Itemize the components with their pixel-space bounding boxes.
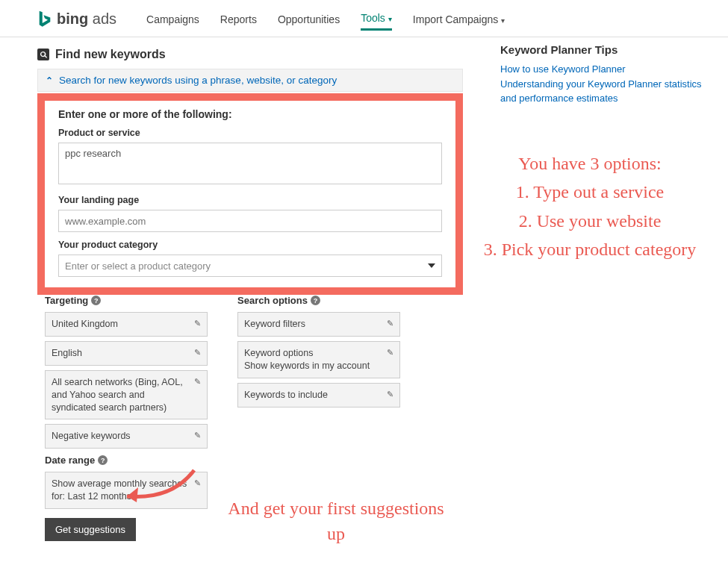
highlighted-form-box: Enter one or more of the following: Prod…	[37, 93, 463, 295]
pencil-icon: ✎	[194, 347, 201, 358]
pencil-icon: ✎	[194, 376, 201, 387]
help-icon[interactable]: ?	[91, 296, 101, 305]
chevron-down-icon: ▾	[388, 15, 392, 23]
annotation-arrow-icon	[112, 466, 202, 508]
annotation-options: You have 3 options: 1. Type out a servic…	[459, 149, 721, 264]
nav-tools[interactable]: Tools▾	[361, 7, 392, 31]
targeting-head: Targeting ?	[45, 295, 208, 306]
nav-reports[interactable]: Reports	[220, 9, 257, 30]
targeting-language[interactable]: English✎	[45, 341, 208, 366]
keyword-options[interactable]: Keyword options Show keywords in my acco…	[237, 341, 400, 378]
landing-page-input[interactable]	[58, 210, 442, 232]
product-label: Product or service	[58, 128, 442, 138]
bing-ads-logo[interactable]: bing ads	[37, 10, 116, 29]
find-keywords-header: Find new keywords	[37, 43, 463, 66]
tips-panel: Keyword Planner Tips How to use Keyword …	[500, 37, 717, 106]
help-icon[interactable]: ?	[311, 296, 320, 305]
dropdown-triangle-icon	[428, 263, 435, 268]
category-label: Your product category	[58, 240, 442, 250]
annotation-get-suggestions: And get your first suggestions up	[224, 496, 448, 546]
chevron-down-icon: ▾	[501, 16, 505, 25]
form-title: Enter one or more of the following:	[58, 108, 442, 120]
pencil-icon: ✎	[387, 389, 393, 400]
pencil-icon: ✎	[194, 318, 201, 329]
tip-link-understanding[interactable]: Understanding your Keyword Planner stati…	[500, 77, 717, 106]
bing-logo-icon	[37, 10, 52, 29]
product-input[interactable]	[58, 143, 442, 184]
help-icon[interactable]: ?	[98, 455, 108, 465]
pencil-icon: ✎	[387, 318, 393, 329]
daterange-head: Date range ?	[45, 455, 208, 466]
pencil-icon: ✎	[387, 347, 393, 358]
accordion-search-new-keywords[interactable]: ⌃ Search for new keywords using a phrase…	[37, 69, 463, 92]
logo-text: bing ads	[57, 10, 116, 28]
top-nav-bar: bing ads Campaigns Reports Opportunities…	[0, 0, 728, 37]
main-nav: Campaigns Reports Opportunities Tools▾ I…	[146, 7, 505, 31]
accordion-link: Search for new keywords using a phrase, …	[59, 75, 337, 86]
targeting-networks[interactable]: All search networks (Bing, AOL, and Yaho…	[45, 370, 208, 420]
category-select[interactable]: Enter or select a product category	[58, 255, 442, 277]
chevron-up-icon: ⌃	[46, 75, 53, 86]
main-content: Find new keywords ⌃ Search for new keywo…	[0, 37, 728, 541]
category-placeholder: Enter or select a product category	[65, 260, 211, 272]
keywords-to-include[interactable]: Keywords to include✎	[237, 383, 400, 408]
left-column: Find new keywords ⌃ Search for new keywo…	[37, 43, 463, 541]
targeting-location[interactable]: United Kingdom✎	[45, 312, 208, 337]
search-options-head: Search options ?	[237, 295, 400, 306]
find-keywords-title: Find new keywords	[55, 48, 166, 61]
tips-title: Keyword Planner Tips	[500, 43, 717, 56]
tip-link-how-to[interactable]: How to use Keyword Planner	[500, 62, 717, 77]
nav-import-campaigns[interactable]: Import Campaigns▾	[413, 9, 505, 30]
keyword-filters[interactable]: Keyword filters✎	[237, 312, 400, 337]
nav-opportunities[interactable]: Opportunities	[278, 9, 340, 30]
pencil-icon: ✎	[194, 430, 201, 441]
get-suggestions-button[interactable]: Get suggestions	[45, 518, 136, 541]
nav-campaigns[interactable]: Campaigns	[146, 9, 199, 30]
landing-label: Your landing page	[58, 195, 442, 205]
search-icon	[37, 49, 49, 60]
targeting-negative[interactable]: Negative keywords✎	[45, 424, 208, 449]
